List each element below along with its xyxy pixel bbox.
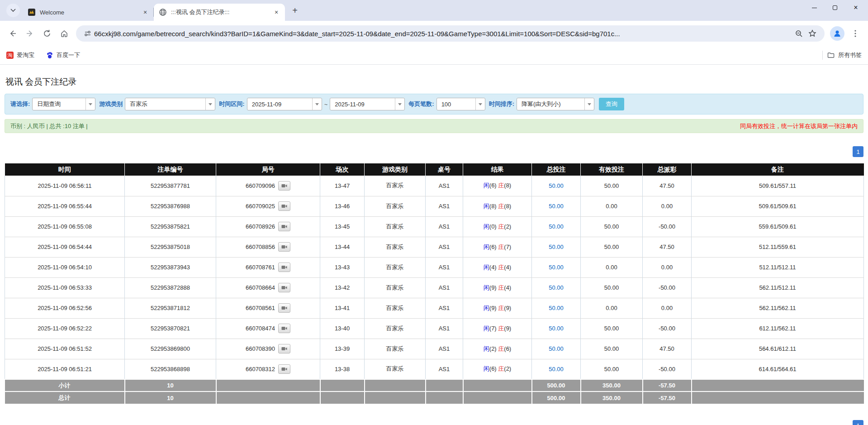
table-row: 2025-11-09 06:56:11522953877781660709096… — [5, 176, 864, 196]
cell-payout: 47.50 — [643, 176, 692, 196]
site-info-icon[interactable] — [84, 30, 91, 37]
cell-bet-number: 522953875018 — [125, 237, 216, 257]
cell-round-number: 660708474 — [216, 318, 320, 339]
cell-round-number: 660708926 — [216, 216, 320, 237]
tab-title: Welcome — [40, 9, 141, 16]
table-row: 2025-11-09 06:51:52522953869800660708390… — [5, 339, 864, 359]
cell-payout: 0.00 — [643, 196, 692, 216]
total-bet-link[interactable]: 50.00 — [549, 284, 564, 291]
page-1-button[interactable]: 1 — [853, 146, 863, 157]
sort-label: 时间排序: — [489, 100, 514, 108]
cell-table-number: AS1 — [426, 318, 463, 339]
cell-time: 2025-11-09 06:53:33 — [5, 277, 125, 298]
per-page-select[interactable]: 100 — [436, 98, 485, 110]
total-bet-link[interactable]: 50.00 — [549, 203, 564, 210]
total-bet-link[interactable]: 50.00 — [549, 305, 564, 311]
forward-icon — [26, 29, 34, 38]
cell-note: 614.61/564.61 — [692, 359, 864, 379]
bookmark-star-icon[interactable] — [808, 29, 816, 38]
chevron-down-icon — [584, 98, 594, 110]
video-replay-button[interactable] — [278, 303, 290, 313]
chevron-down-icon — [395, 98, 404, 110]
game-category-select[interactable]: 百家乐 — [125, 98, 215, 110]
cell-round-number: 660708761 — [216, 257, 320, 277]
back-button[interactable] — [5, 25, 21, 42]
bookmark-baidu[interactable]: 百度一下 — [46, 51, 80, 59]
cell-session: 13-39 — [320, 339, 365, 359]
browser-toolbar: 66cxkj98.com/game/betrecord_search/kind3… — [0, 21, 868, 46]
zoom-out-icon[interactable] — [795, 30, 803, 38]
maximize-button[interactable] — [825, 0, 845, 15]
cell-note: 512.11/512.11 — [692, 257, 864, 277]
bookmarks-bar: 淘 爱淘宝 百度一下 所有书签 — [0, 46, 868, 65]
chevron-down-icon — [85, 98, 95, 110]
forward-button[interactable] — [22, 25, 38, 42]
minimize-icon — [812, 8, 817, 8]
all-bookmarks-button[interactable]: 所有书签 — [827, 51, 862, 59]
reload-button[interactable] — [39, 25, 55, 42]
page-1-button-bottom[interactable]: 1 — [853, 420, 863, 425]
tab-welcome[interactable]: Welcome × — [23, 4, 154, 21]
tab-bet-records[interactable]: :::视讯 会员下注纪录::: × — [154, 4, 285, 21]
total-bet-link[interactable]: 50.00 — [549, 325, 564, 332]
cell-bet-number: 522953869800 — [125, 339, 216, 359]
cell-game-type: 百家乐 — [365, 277, 426, 298]
minimize-button[interactable] — [804, 0, 825, 15]
cell-time: 2025-11-09 06:55:08 — [5, 216, 125, 237]
tab-close-icon[interactable]: × — [141, 8, 149, 16]
summary-label: 总计 — [5, 392, 125, 404]
query-button[interactable]: 查询 — [599, 98, 624, 110]
browser-menu-button[interactable] — [847, 25, 863, 42]
sort-select[interactable]: 降冪(由大到小) — [517, 98, 594, 110]
video-replay-button[interactable] — [278, 242, 290, 252]
total-bet-link[interactable]: 50.00 — [549, 366, 564, 372]
cell-result: 闲(6) 庄(8) — [463, 176, 532, 196]
cell-table-number: AS1 — [426, 176, 463, 196]
cell-total-bet: 50.00 — [532, 237, 581, 257]
total-bet-link[interactable]: 50.00 — [549, 223, 564, 230]
url-bar[interactable]: 66cxkj98.com/game/betrecord_search/kind3… — [76, 25, 825, 42]
video-replay-button[interactable] — [278, 283, 290, 292]
tab-close-icon[interactable]: × — [272, 8, 280, 16]
video-replay-button[interactable] — [278, 181, 290, 191]
bookmarks-right: 所有书签 — [822, 51, 862, 60]
total-bet-link[interactable]: 50.00 — [549, 182, 564, 189]
new-tab-button[interactable]: + — [289, 4, 301, 17]
cell-note: 512.11/559.61 — [692, 237, 864, 257]
profile-avatar[interactable] — [830, 26, 844, 41]
cell-valid-bet: 0.00 — [581, 196, 643, 216]
total-bet-link[interactable]: 50.00 — [549, 264, 564, 271]
bookmark-taobao[interactable]: 淘 爱淘宝 — [6, 51, 34, 59]
tilde-separator: ~ — [324, 101, 328, 108]
cell-table-number: AS1 — [426, 257, 463, 277]
cell-result: 闲(7) 庄(9) — [463, 318, 532, 339]
video-replay-button[interactable] — [278, 263, 290, 272]
date-start-select[interactable]: 2025-11-09 — [247, 98, 322, 110]
total-bet-link[interactable]: 50.00 — [549, 244, 564, 250]
cell-session: 13-44 — [320, 237, 365, 257]
taobao-icon: 淘 — [6, 52, 14, 59]
video-camera-icon — [281, 265, 287, 270]
video-replay-button[interactable] — [278, 222, 290, 231]
table-row: 2025-11-09 06:51:21522953868898660708312… — [5, 359, 864, 379]
video-replay-button[interactable] — [278, 324, 290, 333]
query-type-select[interactable]: 日期查询 — [32, 98, 95, 110]
url-text[interactable]: 66cxkj98.com/game/betrecord_search/kind3… — [94, 30, 792, 38]
video-camera-icon — [281, 204, 287, 209]
person-icon — [833, 29, 842, 38]
table-row: 2025-11-09 06:52:56522953871812660708561… — [5, 298, 864, 318]
close-button[interactable]: × — [845, 0, 866, 15]
video-camera-icon — [281, 244, 287, 249]
video-replay-button[interactable] — [278, 344, 290, 353]
cell-game-type: 百家乐 — [365, 176, 426, 196]
cell-valid-bet: 50.00 — [581, 339, 643, 359]
summary-total-bet: 500.00 — [532, 379, 581, 392]
video-replay-button[interactable] — [278, 364, 290, 374]
cell-session: 13-47 — [320, 176, 365, 196]
tab-search-button[interactable] — [6, 4, 20, 17]
date-end-select[interactable]: 2025-11-09 — [330, 98, 405, 110]
home-button[interactable] — [56, 25, 72, 42]
video-replay-button[interactable] — [278, 201, 290, 211]
cell-table-number: AS1 — [426, 196, 463, 216]
total-bet-link[interactable]: 50.00 — [549, 345, 564, 352]
